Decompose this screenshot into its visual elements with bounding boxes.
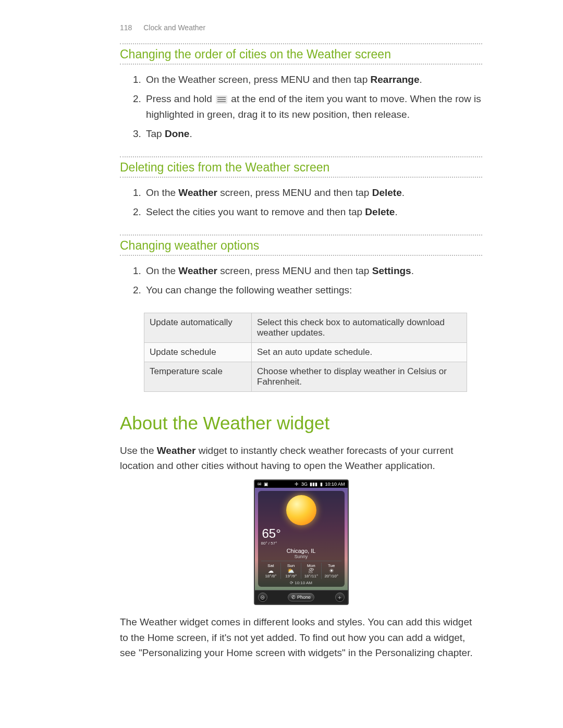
- heading-deleting-cities: Deleting cities from the Weather screen: [120, 161, 482, 175]
- forecast-day: Sat ☁ 18°/8°: [261, 563, 282, 579]
- phone-icon: ✆: [291, 595, 296, 600]
- weather-icon: ☀: [322, 568, 341, 574]
- apps-icon: ⊝: [258, 593, 267, 602]
- list-item: You can change the following weather set…: [144, 282, 482, 298]
- divider: [120, 235, 482, 236]
- divider: [120, 156, 482, 157]
- drag-handle-icon: [216, 95, 227, 104]
- page-number: 118: [120, 23, 132, 32]
- list-item: Select the cities you want to remove and…: [144, 204, 482, 219]
- mail-icon: ✉: [258, 482, 262, 487]
- phone-button: ✆ Phone: [288, 593, 314, 601]
- divider: [120, 43, 482, 44]
- body-paragraph: The Weather widget comes in different lo…: [120, 614, 482, 660]
- sun-icon: [286, 495, 316, 525]
- section-name: Clock and Weather: [143, 23, 205, 32]
- phone-screenshot: ✉ ▣ ✛ 3G ▮▮▮ ▮ 10:10 AM 65° 80° / 5: [120, 479, 482, 605]
- list-item: Tap Done.: [144, 126, 482, 141]
- list-item: On the Weather screen, press MENU and th…: [144, 185, 482, 200]
- network-icon: 3G: [301, 482, 308, 487]
- page-header: 118 Clock and Weather: [120, 23, 482, 32]
- heading-weather-options: Changing weather options: [120, 239, 482, 253]
- forecast-day: Tue ☀ 20°/10°: [322, 563, 341, 579]
- divider: [120, 177, 482, 178]
- forecast-day: Sun ⛅ 19°/9°: [281, 563, 301, 579]
- heading-about-weather-widget: About the Weather widget: [120, 413, 482, 434]
- list-item: Press and hold at the end of the item yo…: [144, 91, 482, 122]
- setting-name: Update schedule: [144, 342, 252, 362]
- heading-changing-order: Changing the order of cities on the Weat…: [120, 47, 482, 61]
- setting-name: Update automatically: [144, 313, 252, 342]
- forecast-row: Sat ☁ 18°/8° Sun ⛅ 19°/9° Mon ⛈ 18°/: [261, 563, 341, 579]
- table-row: Update automatically Select this check b…: [144, 313, 467, 342]
- body-paragraph: Use the Weather widget to instantly chec…: [120, 443, 482, 474]
- document-page: 118 Clock and Weather Changing the order…: [0, 0, 563, 698]
- phone-frame: ✉ ▣ ✛ 3G ▮▮▮ ▮ 10:10 AM 65° 80° / 5: [254, 479, 349, 605]
- weather-widget: 65° 80° / 57° Chicago, IL Sunny Sat ☁ 18…: [255, 488, 348, 590]
- weather-icon: ⛅: [281, 568, 301, 574]
- divider: [120, 255, 482, 256]
- status-bar: ✉ ▣ ✛ 3G ▮▮▮ ▮ 10:10 AM: [255, 480, 348, 488]
- forecast-day: Mon ⛈ 18°/11°: [301, 563, 322, 579]
- weather-icon: ☁: [261, 568, 281, 574]
- add-icon: ＋: [335, 593, 345, 602]
- table-row: Update schedule Set an auto update sched…: [144, 342, 467, 362]
- picture-icon: ▣: [264, 482, 268, 487]
- setting-desc: Choose whether to display weather in Cel…: [252, 362, 467, 391]
- steps-deleting-cities: On the Weather screen, press MENU and th…: [120, 185, 482, 220]
- list-item: On the Weather screen, press MENU and th…: [144, 263, 482, 278]
- setting-desc: Set an auto update schedule.: [252, 342, 467, 362]
- weather-icon: ⛈: [301, 568, 321, 574]
- steps-changing-order: On the Weather screen, press MENU and th…: [120, 72, 482, 142]
- weather-settings-table: Update automatically Select this check b…: [144, 313, 467, 392]
- hi-lo-temp: 80° / 57°: [261, 541, 341, 546]
- battery-icon: ▮: [320, 482, 323, 487]
- update-time: ⟳ 10:10 AM: [261, 581, 341, 585]
- current-temp: 65°: [262, 526, 281, 541]
- table-row: Temperature scale Choose whether to disp…: [144, 362, 467, 391]
- phone-dock: ⊝ ✆ Phone ＋: [255, 590, 348, 604]
- status-time: 10:10 AM: [325, 482, 345, 487]
- weather-card: 65° 80° / 57° Chicago, IL Sunny Sat ☁ 18…: [258, 491, 345, 587]
- gps-icon: ✛: [295, 482, 299, 487]
- signal-icon: ▮▮▮: [310, 482, 317, 487]
- condition-text: Sunny: [261, 554, 341, 561]
- list-item: On the Weather screen, press MENU and th…: [144, 72, 482, 87]
- divider: [120, 64, 482, 65]
- setting-name: Temperature scale: [144, 362, 252, 391]
- city-name: Chicago, IL: [261, 548, 341, 554]
- setting-desc: Select this check box to automatically d…: [252, 313, 467, 342]
- steps-weather-options: On the Weather screen, press MENU and th…: [120, 263, 482, 298]
